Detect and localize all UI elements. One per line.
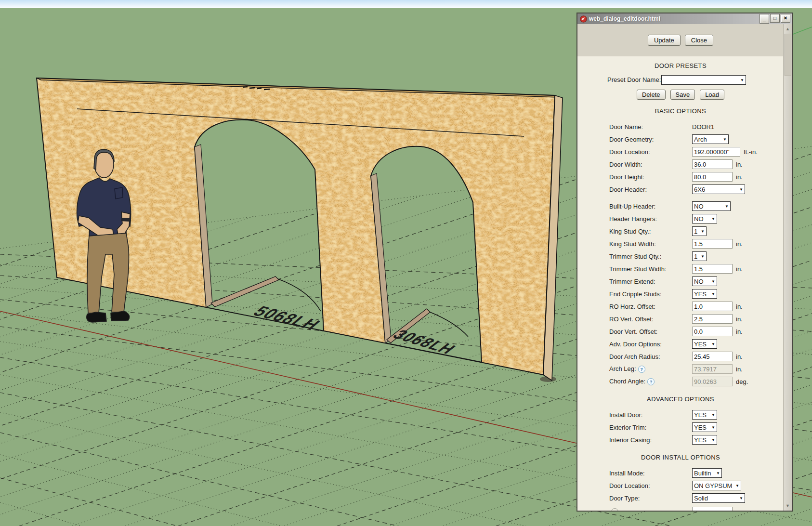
install-door-select[interactable]: YES▼ — [692, 410, 717, 420]
chevron-down-icon: ▼ — [716, 471, 720, 475]
unit-label: in. — [736, 265, 743, 273]
trimmer-stud-width-input[interactable] — [692, 264, 733, 274]
door-height-input[interactable] — [692, 172, 733, 182]
dialog-title: web_dialog_editdoor.html — [589, 15, 760, 22]
section-heading-basic-options: BASIC OPTIONS — [577, 107, 784, 115]
field-label: Trimmer Stud Qty.: — [609, 253, 661, 260]
dialog-scrollbar[interactable]: ▲ ▼ — [783, 24, 792, 511]
field-label: Adv. Door Options: — [609, 341, 662, 348]
field-label: Door Height: — [609, 173, 644, 181]
chevron-down-icon: ▼ — [711, 292, 715, 296]
option-row-king-stud-qty: King Stud Qty.:1▼ — [577, 225, 784, 237]
chevron-down-icon: ▼ — [711, 279, 715, 284]
section-heading-door-presets: DOOR PRESETS — [577, 62, 784, 69]
save-button[interactable]: Save — [670, 90, 695, 100]
scroll-down-icon[interactable]: ▼ — [784, 502, 792, 510]
field-label: End Cripple Studs: — [609, 290, 661, 298]
king-stud-qty-select[interactable]: 1▼ — [692, 226, 707, 236]
person-watch — [121, 218, 130, 222]
field-label: King Stud Qty.: — [609, 228, 651, 235]
delete-button[interactable]: Delete — [637, 90, 666, 100]
update-button[interactable]: Update — [648, 35, 681, 46]
field-label: Door Width: — [609, 161, 642, 168]
option-row-arch-leg: Arch Leg:?in. — [577, 363, 784, 375]
option-row-door-width: Door Width:in. — [577, 158, 784, 171]
option-row-door-geometry: Door Geometry:Arch▼ — [577, 133, 784, 145]
option-row-door-height: Door Height:in. — [577, 171, 784, 183]
load-button[interactable]: Load — [700, 90, 724, 100]
help-icon[interactable]: ? — [647, 378, 655, 385]
door-vert-offset-input[interactable] — [692, 327, 733, 336]
clipped-row: ? — [577, 505, 784, 511]
section-heading-door-install-options: DOOR INSTALL OPTIONS — [577, 454, 784, 461]
door-location-input[interactable] — [692, 147, 740, 157]
unit-label: ft.-in. — [744, 148, 758, 156]
sketchup-ruby-icon — [580, 15, 587, 23]
person-right-shoe — [111, 311, 130, 321]
close-button[interactable]: ✕ — [781, 14, 790, 23]
field-label: Interior Casing: — [609, 436, 652, 444]
application-window: 5068LH 3068LH web_dialog_edi — [0, 0, 812, 526]
chevron-down-icon: ▼ — [739, 496, 743, 500]
chevron-down-icon: ▼ — [723, 137, 727, 142]
chevron-down-icon: ▼ — [711, 413, 715, 417]
field-label: Door Name: — [609, 123, 643, 131]
arch-leg-input[interactable] — [692, 364, 733, 374]
chevron-down-icon: ▼ — [711, 425, 715, 430]
unit-label: in. — [736, 240, 743, 248]
option-row-install-mode: Install Mode:Builtin▼ — [577, 467, 784, 479]
exterior-trim-select[interactable]: YES▼ — [692, 422, 717, 432]
help-icon[interactable]: ? — [638, 366, 645, 373]
door-header-select[interactable]: 6X6▼ — [692, 184, 745, 194]
door-width-input[interactable] — [692, 159, 733, 169]
field-label: Arch Leg: — [609, 365, 636, 372]
sky — [0, 0, 812, 9]
preset-buttons-row: DeleteSaveLoad — [577, 90, 784, 100]
door-type-select[interactable]: Solid▼ — [692, 493, 745, 503]
help-icon[interactable]: ? — [611, 508, 618, 511]
field-label: Door Arch Radius: — [609, 353, 660, 360]
option-row-door-type: Door Type:Solid▼ — [577, 492, 784, 504]
king-stud-width-input[interactable] — [692, 239, 733, 249]
chord-angle-input[interactable] — [692, 377, 733, 386]
ro-horz-offset-input[interactable] — [692, 302, 733, 311]
field-label: Install Mode: — [609, 470, 645, 477]
scroll-up-icon[interactable]: ▲ — [784, 25, 792, 33]
install-mode-select[interactable]: Builtin▼ — [692, 468, 722, 478]
edit-door-dialog: web_dialog_editdoor.html _ □ ✕ Update Cl… — [576, 13, 793, 512]
door-arch-radius-input[interactable] — [692, 352, 733, 361]
window-controls: _ □ ✕ — [760, 14, 790, 24]
adv-door-options-select[interactable]: YES▼ — [692, 339, 717, 349]
option-row-door-arch-radius: Door Arch Radius:in. — [577, 350, 784, 363]
chevron-down-icon: ▼ — [739, 187, 743, 192]
header-hangers-select[interactable]: NO▼ — [692, 214, 717, 224]
scrollbar-thumb[interactable] — [785, 34, 791, 76]
built-up-header-select[interactable]: NO▼ — [692, 201, 731, 211]
trimmer-extend-select[interactable]: NO▼ — [692, 276, 717, 286]
unit-label: deg. — [736, 378, 748, 385]
door-name-value: DOOR1 — [692, 123, 714, 131]
minimize-button[interactable]: _ — [760, 14, 769, 24]
maximize-button[interactable]: □ — [770, 14, 780, 23]
person-left-shoe — [87, 312, 106, 322]
dialog-titlebar[interactable]: web_dialog_editdoor.html _ □ ✕ — [577, 13, 792, 24]
option-row-door-location: Door Location:ON GYPSUM▼ — [577, 479, 784, 492]
door-geometry-select[interactable]: Arch▼ — [692, 134, 729, 144]
interior-casing-select[interactable]: YES▼ — [692, 435, 717, 445]
dialog-body: DOOR PRESETS Preset Door Name: ▼ DeleteS… — [577, 56, 784, 511]
field-label: Built-Up Header: — [609, 203, 655, 210]
field-label: RO Vert. Offset: — [609, 316, 654, 323]
ro-vert-offset-input[interactable] — [692, 314, 733, 324]
trimmer-stud-qty-select[interactable]: 1▼ — [692, 251, 707, 261]
close-dialog-button[interactable]: Close — [685, 35, 713, 46]
end-cripple-studs-select[interactable]: YES▼ — [692, 289, 717, 299]
door-location-select[interactable]: ON GYPSUM▼ — [692, 481, 741, 490]
option-row-door-vert-offset: Door Vert. Offset:in. — [577, 325, 784, 338]
field-label: Header Hangers: — [609, 215, 657, 223]
preset-door-name-select[interactable]: ▼ — [661, 75, 746, 85]
field-label: Exterior Trim: — [609, 424, 646, 431]
clipped-input[interactable] — [692, 507, 733, 511]
field-label: Door Location: — [609, 148, 650, 156]
option-row-door-header: Door Header:6X6▼ — [577, 183, 784, 196]
option-row-end-cripple-studs: End Cripple Studs:YES▼ — [577, 288, 784, 300]
